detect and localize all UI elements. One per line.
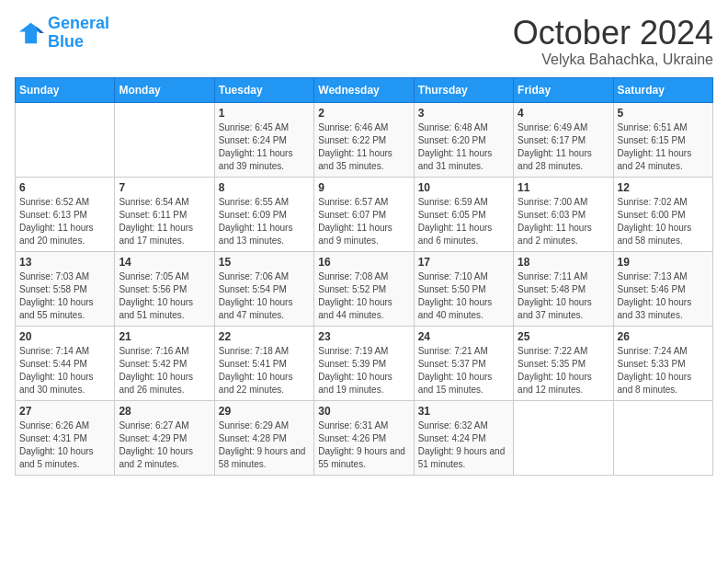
- day-info: Sunrise: 7:08 AM Sunset: 5:52 PM Dayligh…: [318, 270, 409, 322]
- svg-marker-0: [19, 23, 43, 43]
- day-number: 28: [119, 405, 210, 418]
- day-info: Sunrise: 7:13 AM Sunset: 5:46 PM Dayligh…: [618, 270, 709, 322]
- day-number: 7: [119, 181, 210, 194]
- calendar-cell: 3Sunrise: 6:48 AM Sunset: 6:20 PM Daylig…: [414, 102, 513, 177]
- day-number: 18: [518, 256, 609, 269]
- day-info: Sunrise: 6:59 AM Sunset: 6:05 PM Dayligh…: [418, 196, 509, 247]
- day-info: Sunrise: 6:55 AM Sunset: 6:09 PM Dayligh…: [219, 196, 310, 247]
- calendar-cell: 10Sunrise: 6:59 AM Sunset: 6:05 PM Dayli…: [414, 177, 513, 251]
- day-number: 9: [318, 181, 409, 194]
- calendar-cell: 15Sunrise: 7:06 AM Sunset: 5:54 PM Dayli…: [214, 251, 313, 326]
- day-number: 30: [318, 405, 409, 418]
- title-block: October 2024 Velyka Bahachka, Ukraine: [513, 15, 713, 68]
- day-info: Sunrise: 6:29 AM Sunset: 4:28 PM Dayligh…: [219, 419, 310, 471]
- day-number: 12: [618, 181, 709, 194]
- day-info: Sunrise: 7:16 AM Sunset: 5:42 PM Dayligh…: [119, 345, 210, 396]
- calendar-cell: 29Sunrise: 6:29 AM Sunset: 4:28 PM Dayli…: [214, 400, 313, 475]
- calendar-cell: [613, 400, 712, 475]
- calendar-cell: 25Sunrise: 7:22 AM Sunset: 5:35 PM Dayli…: [514, 326, 613, 400]
- calendar-cell: 17Sunrise: 7:10 AM Sunset: 5:50 PM Dayli…: [414, 251, 513, 326]
- calendar-cell: 27Sunrise: 6:26 AM Sunset: 4:31 PM Dayli…: [16, 400, 115, 475]
- day-number: 11: [518, 181, 609, 194]
- day-info: Sunrise: 6:48 AM Sunset: 6:20 PM Dayligh…: [418, 121, 509, 173]
- week-row-3: 13Sunrise: 7:03 AM Sunset: 5:58 PM Dayli…: [16, 251, 713, 326]
- day-number: 27: [19, 405, 110, 418]
- day-info: Sunrise: 7:19 AM Sunset: 5:39 PM Dayligh…: [318, 345, 409, 396]
- day-info: Sunrise: 6:45 AM Sunset: 6:24 PM Dayligh…: [219, 121, 310, 173]
- day-number: 1: [219, 107, 310, 120]
- header-cell-monday: Monday: [115, 77, 214, 102]
- calendar-cell: 16Sunrise: 7:08 AM Sunset: 5:52 PM Dayli…: [314, 251, 414, 326]
- calendar-cell: 1Sunrise: 6:45 AM Sunset: 6:24 PM Daylig…: [214, 102, 313, 177]
- day-info: Sunrise: 6:27 AM Sunset: 4:29 PM Dayligh…: [119, 419, 210, 471]
- day-info: Sunrise: 7:18 AM Sunset: 5:41 PM Dayligh…: [219, 345, 310, 396]
- calendar-cell: 21Sunrise: 7:16 AM Sunset: 5:42 PM Dayli…: [115, 326, 214, 400]
- day-number: 8: [219, 181, 310, 194]
- calendar-body: 1Sunrise: 6:45 AM Sunset: 6:24 PM Daylig…: [16, 102, 713, 475]
- day-number: 20: [19, 330, 110, 343]
- day-info: Sunrise: 7:24 AM Sunset: 5:33 PM Dayligh…: [618, 345, 709, 396]
- day-number: 13: [19, 256, 110, 269]
- calendar-subtitle: Velyka Bahachka, Ukraine: [513, 52, 713, 68]
- day-info: Sunrise: 7:11 AM Sunset: 5:48 PM Dayligh…: [518, 270, 609, 322]
- day-number: 25: [518, 330, 609, 343]
- day-info: Sunrise: 6:52 AM Sunset: 6:13 PM Dayligh…: [19, 196, 110, 247]
- day-info: Sunrise: 7:05 AM Sunset: 5:56 PM Dayligh…: [119, 270, 210, 322]
- day-info: Sunrise: 7:21 AM Sunset: 5:37 PM Dayligh…: [418, 345, 509, 396]
- day-number: 21: [119, 330, 210, 343]
- calendar-cell: 13Sunrise: 7:03 AM Sunset: 5:58 PM Dayli…: [16, 251, 115, 326]
- day-number: 17: [418, 256, 509, 269]
- day-info: Sunrise: 7:03 AM Sunset: 5:58 PM Dayligh…: [19, 270, 110, 322]
- calendar-cell: 7Sunrise: 6:54 AM Sunset: 6:11 PM Daylig…: [115, 177, 214, 251]
- calendar-cell: 31Sunrise: 6:32 AM Sunset: 4:24 PM Dayli…: [414, 400, 513, 475]
- day-info: Sunrise: 7:22 AM Sunset: 5:35 PM Dayligh…: [518, 345, 609, 396]
- week-row-4: 20Sunrise: 7:14 AM Sunset: 5:44 PM Dayli…: [16, 326, 713, 400]
- day-number: 4: [518, 107, 609, 120]
- calendar-cell: 24Sunrise: 7:21 AM Sunset: 5:37 PM Dayli…: [414, 326, 513, 400]
- calendar-cell: 19Sunrise: 7:13 AM Sunset: 5:46 PM Dayli…: [613, 251, 712, 326]
- calendar-title: October 2024: [513, 15, 713, 52]
- calendar-cell: 26Sunrise: 7:24 AM Sunset: 5:33 PM Dayli…: [613, 326, 712, 400]
- day-number: 2: [318, 107, 409, 120]
- day-info: Sunrise: 6:32 AM Sunset: 4:24 PM Dayligh…: [418, 419, 509, 471]
- calendar-cell: [16, 102, 115, 177]
- day-info: Sunrise: 7:10 AM Sunset: 5:50 PM Dayligh…: [418, 270, 509, 322]
- calendar-cell: 2Sunrise: 6:46 AM Sunset: 6:22 PM Daylig…: [314, 102, 414, 177]
- calendar-cell: 14Sunrise: 7:05 AM Sunset: 5:56 PM Dayli…: [115, 251, 214, 326]
- day-info: Sunrise: 6:57 AM Sunset: 6:07 PM Dayligh…: [318, 196, 409, 247]
- calendar-cell: [115, 102, 214, 177]
- day-info: Sunrise: 7:00 AM Sunset: 6:03 PM Dayligh…: [518, 196, 609, 247]
- day-info: Sunrise: 6:46 AM Sunset: 6:22 PM Dayligh…: [318, 121, 409, 173]
- day-number: 16: [318, 256, 409, 269]
- day-number: 10: [418, 181, 509, 194]
- calendar-cell: 12Sunrise: 7:02 AM Sunset: 6:00 PM Dayli…: [613, 177, 712, 251]
- calendar-cell: 20Sunrise: 7:14 AM Sunset: 5:44 PM Dayli…: [16, 326, 115, 400]
- logo-text: General Blue: [48, 15, 109, 52]
- day-number: 31: [418, 405, 509, 418]
- calendar-cell: 4Sunrise: 6:49 AM Sunset: 6:17 PM Daylig…: [514, 102, 613, 177]
- logo: General Blue: [15, 15, 109, 52]
- calendar-cell: 11Sunrise: 7:00 AM Sunset: 6:03 PM Dayli…: [514, 177, 613, 251]
- day-number: 24: [418, 330, 509, 343]
- day-info: Sunrise: 6:54 AM Sunset: 6:11 PM Dayligh…: [119, 196, 210, 247]
- header: General Blue October 2024 Velyka Bahachk…: [15, 15, 713, 68]
- day-number: 19: [618, 256, 709, 269]
- day-info: Sunrise: 7:02 AM Sunset: 6:00 PM Dayligh…: [618, 196, 709, 247]
- calendar-cell: 9Sunrise: 6:57 AM Sunset: 6:07 PM Daylig…: [314, 177, 414, 251]
- day-number: 23: [318, 330, 409, 343]
- day-number: 6: [19, 181, 110, 194]
- day-number: 5: [618, 107, 709, 120]
- header-cell-tuesday: Tuesday: [214, 77, 313, 102]
- header-row: SundayMondayTuesdayWednesdayThursdayFrid…: [16, 77, 713, 102]
- week-row-2: 6Sunrise: 6:52 AM Sunset: 6:13 PM Daylig…: [16, 177, 713, 251]
- header-cell-thursday: Thursday: [414, 77, 513, 102]
- calendar-cell: 18Sunrise: 7:11 AM Sunset: 5:48 PM Dayli…: [514, 251, 613, 326]
- day-info: Sunrise: 6:26 AM Sunset: 4:31 PM Dayligh…: [19, 419, 110, 471]
- calendar-cell: 28Sunrise: 6:27 AM Sunset: 4:29 PM Dayli…: [115, 400, 214, 475]
- logo-line2: Blue: [48, 32, 84, 51]
- header-cell-friday: Friday: [514, 77, 613, 102]
- header-cell-saturday: Saturday: [613, 77, 712, 102]
- day-info: Sunrise: 6:31 AM Sunset: 4:26 PM Dayligh…: [318, 419, 409, 471]
- day-number: 15: [219, 256, 310, 269]
- day-number: 29: [219, 405, 310, 418]
